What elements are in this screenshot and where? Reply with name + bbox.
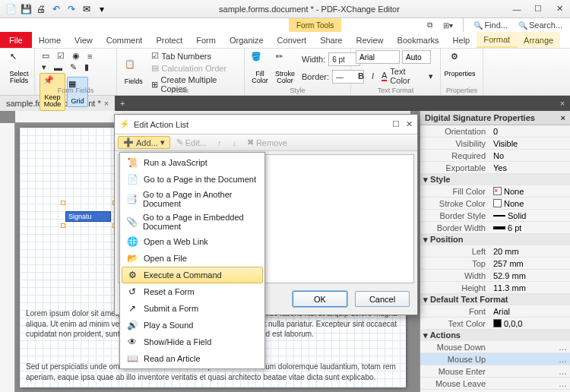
minimize-button[interactable]: — [506,0,527,18]
combo-tool[interactable]: ▾ [40,62,49,73]
textfield-tool[interactable]: ▭ [40,50,52,62]
ui-options-button[interactable]: ⊞▾ [440,21,456,30]
dropdown-item[interactable]: 📖Read an Article [122,350,263,367]
prop-row[interactable]: Height11.3 mm [420,282,570,294]
stroke-color-button[interactable]: ✏ Stroke Color [274,50,296,87]
dropdown-item[interactable]: 🔊Play a Sound [122,317,263,334]
tab-share[interactable]: Share [313,32,349,48]
tab-view[interactable]: View [68,32,100,48]
prop-row[interactable]: ExportableYes [420,162,570,174]
mail-icon[interactable]: ✉ [81,3,93,15]
print-icon[interactable]: 🖨 [35,3,47,15]
dropdown-item[interactable]: ↺Reset a Form [122,283,263,300]
text-color-button[interactable]: A Text Color ▾ [379,66,435,86]
dropdown-item[interactable]: 📎Go to a Page in Embedded Document [122,210,263,233]
list-tool[interactable]: ≡ [85,51,94,62]
dialog-maximize-icon[interactable]: ☐ [392,119,400,129]
prop-row[interactable]: RequiredNo [420,150,570,162]
dropdown-item[interactable]: 📜Run a JavaScript [122,154,263,171]
find-button[interactable]: 🔍Find... [470,21,511,30]
dropdown-item[interactable]: 📂Open a File [122,250,263,267]
prop-row[interactable]: Orientation0 [420,125,570,138]
prop-row[interactable]: Top257 mm [420,258,570,270]
dropdown-item[interactable]: ⚙Execute a Command [122,267,263,283]
select-fields-button[interactable]: ↖ Select Fields [5,50,33,87]
action-icon: 📑 [126,193,138,205]
prop-row[interactable]: Fill Color× None [420,185,570,198]
action-icon: 🔊 [126,319,138,331]
save-icon[interactable]: 💾 [20,3,32,15]
fields-button[interactable]: 📋 Fields [122,58,146,87]
file-tab[interactable]: File [0,32,32,48]
add-tab-button[interactable]: + [115,96,130,111]
stroke-icon: ✏ [276,52,294,70]
prop-row[interactable]: Stroke Color None [420,198,570,210]
dropdown-item[interactable]: 🌐Open a Web Link [122,233,263,250]
action-icon: 🌐 [126,236,138,248]
tab-review[interactable]: Review [349,32,390,48]
redo-icon[interactable]: ↷ [65,3,78,15]
tab-format[interactable]: Format [477,32,517,48]
tab-numbers-button[interactable]: ☑ Tab Numbers [149,50,239,62]
tab-organize[interactable]: Organize [223,32,271,48]
prop-section[interactable]: ▾ Style [420,174,570,185]
selection-handle[interactable] [61,223,65,228]
prop-row[interactable]: VisibilityVisible [420,138,570,150]
signature-field[interactable]: Signatu [65,211,111,222]
prop-section[interactable]: ▾ Actions [420,330,570,341]
undo-icon[interactable]: ↶ [50,3,62,15]
checkbox-tool[interactable]: ☑ [55,50,67,62]
tab-comment[interactable]: Comment [100,32,150,48]
properties-button[interactable]: ⚙ Properties [445,50,474,79]
ok-button[interactable]: OK [293,291,347,307]
tab-convert[interactable]: Convert [271,32,314,48]
prop-row[interactable]: Text Color 0,0,0 [420,318,570,330]
tab-overflow-button[interactable]: × [555,96,570,111]
prop-section[interactable]: ▾ Position [420,234,570,245]
barcode-tool[interactable]: ▮ [82,62,91,73]
prop-row[interactable]: Left20 mm [420,245,570,258]
add-action-button[interactable]: ➕ Add... ▾ [118,136,170,149]
search-button[interactable]: 🔍Search... [515,21,565,30]
cancel-button[interactable]: Cancel [355,291,410,307]
font-combo[interactable]: Arial [356,50,400,64]
ruler-vertical [0,123,15,392]
tab-arrange[interactable]: Arrange [517,32,560,48]
prop-row[interactable]: Mouse Down… [420,341,570,353]
radio-tool[interactable]: ◉ [70,50,82,62]
launch-button[interactable]: ⧉ [424,21,435,30]
tab-bookmarks[interactable]: Bookmarks [391,32,446,48]
dropdown-item[interactable]: 📄Go to a Page in the Document [122,171,263,188]
dropdown-item[interactable]: 👁Show/Hide a Field [122,334,263,350]
form-fields-group-label: Form Fields [35,87,116,94]
prop-row[interactable]: FontArial [420,305,570,318]
sig-tool[interactable]: ✎ [68,62,79,73]
button-tool[interactable]: ▬ [52,62,65,73]
prop-section[interactable]: ▾ Default Text Format [420,294,570,305]
dropdown-item[interactable]: ↗Submit a Form [122,300,263,317]
maximize-button[interactable]: ☐ [527,0,549,18]
fontsize-combo[interactable]: Auto [402,50,431,64]
qat-more-icon[interactable]: ▾ [96,3,108,15]
fill-color-button[interactable]: 🪣 Fill Color [249,50,271,87]
panel-close-icon[interactable]: × [561,113,565,122]
prop-row[interactable]: Mouse Enter… [420,365,570,378]
dialog-titlebar[interactable]: ⚡Edit Action List ☐ ✕ [115,115,417,134]
close-button[interactable]: ✕ [549,0,570,18]
tab-help[interactable]: Help [446,32,477,48]
dropdown-item[interactable]: 📑Go to a Page in Another Document [122,188,263,210]
tab-home[interactable]: Home [32,32,68,48]
tab-form[interactable]: Form [189,32,223,48]
bold-button[interactable]: B [356,71,366,81]
tab-protect[interactable]: Protect [149,32,189,48]
prop-row[interactable]: Mouse Leave… [420,378,570,390]
action-icon: ⚙ [126,269,138,281]
selection-handle[interactable] [61,201,65,205]
prop-row[interactable]: Width52.9 mm [420,270,570,282]
prop-row[interactable]: Border Style Solid [420,210,570,222]
italic-button[interactable]: I [369,71,376,81]
prop-row[interactable]: Border Width 6 pt [420,222,570,234]
prop-row[interactable]: Mouse Up… [420,353,570,365]
dialog-close-icon[interactable]: ✕ [406,119,413,129]
action-icon: 📎 [126,216,138,228]
